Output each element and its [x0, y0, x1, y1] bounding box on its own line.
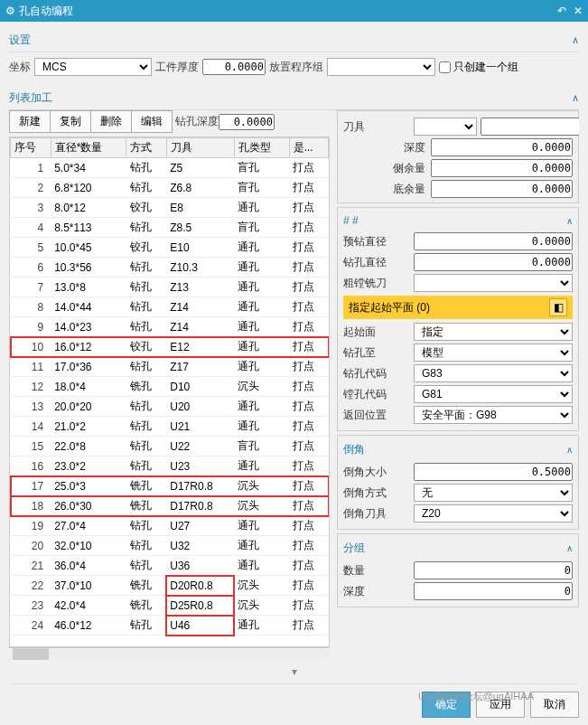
- table-row[interactable]: 2032.0*10钻孔U32通孔打点: [11, 536, 329, 556]
- rough-boring-label: 粗镗铣刀: [343, 276, 414, 291]
- return-pos-select[interactable]: 安全平面：G98: [414, 406, 573, 424]
- count-input[interactable]: [414, 561, 573, 579]
- start-face-label: 起始面: [343, 325, 414, 340]
- table-row[interactable]: 510.0*45铰孔E10通孔打点: [11, 238, 329, 258]
- delete-button[interactable]: 删除: [90, 110, 132, 133]
- table-row[interactable]: 1826.0*30铣孔D17R0.8沉头打点: [11, 496, 329, 516]
- chevron-up-icon: ∧: [566, 216, 573, 226]
- rough-boring-select[interactable]: [414, 274, 573, 292]
- gdepth-input[interactable]: [414, 582, 573, 600]
- col-size[interactable]: 直径*数量: [51, 138, 126, 158]
- tool-label: 刀具: [343, 119, 414, 135]
- table-row[interactable]: 2342.0*4铣孔D25R0.8沉头打点: [11, 596, 329, 616]
- close-icon[interactable]: ✕: [574, 5, 583, 17]
- drill-dia-input[interactable]: [414, 253, 573, 271]
- gdepth-label: 深度: [343, 584, 414, 599]
- start-plane-bar[interactable]: 指定起始平面 (0) ◧: [343, 296, 573, 319]
- new-button[interactable]: 新建: [9, 110, 51, 133]
- bottom-margin-input[interactable]: [431, 180, 573, 198]
- table-row[interactable]: 2446.0*12钻孔U46通孔打点: [11, 616, 329, 636]
- tool-select[interactable]: [414, 118, 477, 136]
- table-row[interactable]: 1218.0*4铣孔D10沉头打点: [11, 377, 329, 397]
- chamfer-method-select[interactable]: 无: [414, 484, 573, 502]
- apply-button[interactable]: 应用: [476, 692, 525, 718]
- h-scrollbar[interactable]: [9, 647, 330, 660]
- table-row[interactable]: 1927.0*4钻孔U27通孔打点: [11, 516, 329, 536]
- drill-code-select[interactable]: G83: [414, 364, 573, 382]
- settings-header[interactable]: 设置 ∧: [9, 29, 579, 52]
- coord-label: 坐标: [9, 60, 31, 75]
- depth-input[interactable]: [431, 138, 573, 156]
- gear-icon: ⚙: [5, 5, 15, 17]
- drill-depth-label: 钻孔深度: [175, 114, 219, 129]
- table-row[interactable]: 814.0*44钻孔Z14通孔打点: [11, 297, 329, 317]
- chamfer-tool-label: 倒角刀具: [343, 506, 414, 522]
- table-row[interactable]: 1421.0*2钻孔U21通孔打点: [11, 417, 329, 437]
- chamfer-size-input[interactable]: [414, 463, 573, 481]
- table-row[interactable]: 713.0*8钻孔Z13通孔打点: [11, 278, 329, 297]
- predrill-input[interactable]: [414, 232, 573, 250]
- table-row[interactable]: 26.8*120钻孔Z6.8盲孔打点: [11, 178, 329, 198]
- table-row[interactable]: 1117.0*36钻孔Z17通孔打点: [11, 357, 329, 377]
- table-row[interactable]: 1522.0*8钻孔U22盲孔打点: [11, 437, 329, 457]
- side-margin-label: 侧余量: [343, 161, 431, 176]
- table-row[interactable]: 38.0*12铰孔E8通孔打点: [11, 198, 329, 218]
- titlebar: ⚙ 孔自动编程 ↶ ✕: [0, 0, 588, 22]
- bore-code-label: 镗孔代码: [343, 387, 414, 402]
- thickness-input[interactable]: [202, 59, 266, 75]
- table-row[interactable]: 15.0*34钻孔Z5盲孔打点: [11, 158, 329, 178]
- undo-icon[interactable]: ↶: [557, 5, 566, 17]
- count-label: 数量: [343, 563, 414, 579]
- col-extra[interactable]: 是...: [289, 138, 328, 158]
- chevron-up-icon: ∧: [572, 92, 579, 104]
- list-header[interactable]: 列表加工 ∧: [9, 87, 579, 110]
- chevron-up-icon: ∧: [566, 445, 573, 455]
- cube-icon[interactable]: ◧: [549, 298, 567, 316]
- table-row[interactable]: 1320.0*20钻孔U20通孔打点: [11, 397, 329, 417]
- table-row[interactable]: 1016.0*12铰孔E12通孔打点: [11, 337, 329, 357]
- bore-code-select[interactable]: G81: [414, 385, 573, 403]
- window-title: 孔自动编程: [19, 4, 73, 19]
- table-row[interactable]: 2237.0*10铣孔D20R0.8沉头打点: [11, 576, 329, 596]
- chamfer-method-label: 倒角方式: [343, 485, 414, 501]
- bottom-margin-label: 底余量: [343, 182, 431, 197]
- depth-label: 深度: [343, 140, 431, 155]
- ok-button[interactable]: 确定: [422, 692, 471, 718]
- hh-header[interactable]: # #∧: [343, 212, 573, 230]
- edit-button[interactable]: 编辑: [131, 110, 173, 133]
- program-group-label: 放置程序组: [269, 60, 323, 75]
- program-group-select[interactable]: [327, 58, 435, 76]
- table-row[interactable]: 1725.0*3铣孔D17R0.8沉头打点: [11, 476, 329, 496]
- col-method[interactable]: 方式: [126, 138, 167, 158]
- table-row[interactable]: 914.0*23钻孔Z14通孔打点: [11, 317, 329, 337]
- drill-code-label: 钻孔代码: [343, 366, 414, 381]
- col-tool[interactable]: 刀具: [166, 138, 234, 158]
- chamfer-size-label: 倒角大小: [343, 465, 414, 480]
- table-row[interactable]: 48.5*113钻孔Z8.5盲孔打点: [11, 218, 329, 238]
- copy-button[interactable]: 复制: [50, 110, 91, 133]
- chevron-up-icon: ∧: [566, 543, 573, 553]
- chamfer-tool-select[interactable]: Z20: [414, 504, 573, 523]
- expand-toggle[interactable]: ▾: [9, 665, 579, 678]
- drill-depth-input[interactable]: [219, 114, 275, 130]
- col-seq[interactable]: 序号: [11, 138, 51, 158]
- start-face-select[interactable]: 指定: [414, 323, 573, 341]
- tool-value[interactable]: [481, 118, 579, 136]
- group-header[interactable]: 分组∧: [343, 538, 573, 559]
- create-one-group-checkbox[interactable]: 只创建一个组: [439, 60, 518, 75]
- hole-table[interactable]: 序号 直径*数量 方式 刀具 孔类型 是... 15.0*34钻孔Z5盲孔打点2…: [9, 137, 330, 647]
- drill-to-select[interactable]: 模型: [414, 344, 573, 362]
- side-margin-input[interactable]: [431, 159, 573, 177]
- thickness-label: 工件厚度: [155, 60, 199, 75]
- predrill-label: 预钻直径: [343, 234, 414, 250]
- table-row[interactable]: 2136.0*4钻孔U36通孔打点: [11, 556, 329, 576]
- table-row[interactable]: 1623.0*2钻孔U23通孔打点: [11, 457, 329, 476]
- return-pos-label: 返回位置: [343, 408, 414, 423]
- drill-to-label: 钻孔至: [343, 345, 414, 361]
- table-row[interactable]: 610.3*56钻孔Z10.3通孔打点: [11, 258, 329, 278]
- coord-select[interactable]: MCS: [34, 58, 152, 76]
- col-holetype[interactable]: 孔类型: [234, 138, 289, 158]
- cancel-button[interactable]: 取消: [530, 692, 579, 718]
- drill-dia-label: 钻孔直径: [343, 255, 414, 270]
- chamfer-header[interactable]: 倒角∧: [343, 439, 573, 460]
